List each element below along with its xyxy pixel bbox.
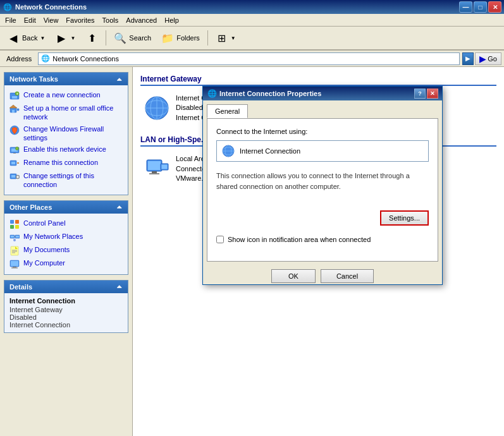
details-header[interactable]: Details ⏶	[4, 281, 128, 293]
views-button[interactable]: ⊞ ▼	[211, 28, 240, 47]
create-connection-label: Create a new connection	[23, 90, 101, 99]
dialog-close-button[interactable]: ✕	[427, 88, 438, 99]
svg-rect-7	[17, 109, 19, 111]
my-network-icon	[9, 233, 20, 243]
sidebar-item-rename-connection[interactable]: Rename this connection	[7, 157, 125, 170]
app-icon: 🌐	[3, 2, 13, 12]
svg-rect-6	[12, 110, 15, 112]
show-icon-label: Show icon in notification area when conn…	[228, 236, 371, 243]
details-section: Details ⏶ Internet Connection Internet G…	[4, 280, 128, 333]
menu-help[interactable]: Help	[161, 15, 183, 25]
my-documents-label: My Documents	[23, 245, 70, 254]
tab-general[interactable]: General	[207, 104, 248, 118]
sidebar-item-my-documents[interactable]: My Documents	[7, 244, 125, 257]
change-firewall-icon	[9, 125, 20, 135]
menu-file[interactable]: File	[1, 15, 20, 25]
menu-tools[interactable]: Tools	[99, 15, 123, 25]
sidebar-item-control-panel[interactable]: Control Panel	[7, 217, 125, 231]
details-subtype: Internet Connection	[9, 321, 123, 329]
menu-edit[interactable]: Edit	[20, 15, 40, 25]
control-panel-icon	[9, 219, 20, 229]
forward-button[interactable]: ▶ ▼	[51, 28, 80, 47]
details-status: Disabled	[9, 313, 123, 321]
back-dropdown-icon[interactable]: ▼	[40, 35, 45, 41]
go-button[interactable]: ▶ Go	[475, 52, 501, 65]
maximize-button[interactable]: □	[474, 1, 487, 13]
svg-rect-25	[11, 236, 14, 238]
close-button[interactable]: ✕	[488, 1, 501, 13]
rename-connection-icon	[9, 159, 20, 169]
sidebar-item-my-computer[interactable]: My Computer	[7, 257, 125, 270]
details-type: Internet Gateway	[9, 306, 123, 313]
dialog-title-text: Internet Connection Properties	[219, 90, 412, 97]
search-button[interactable]: 🔍 Search	[109, 28, 156, 47]
sidebar-item-enable-device[interactable]: Enable this network device	[7, 143, 125, 157]
network-tasks-title: Network Tasks	[9, 75, 58, 83]
folders-button[interactable]: 📁 Folders	[157, 28, 204, 47]
network-tasks-header[interactable]: Network Tasks ⏶	[4, 73, 128, 85]
forward-dropdown-icon[interactable]: ▼	[70, 35, 75, 41]
address-label: Address	[3, 55, 35, 63]
menu-advanced[interactable]: Advanced	[122, 15, 161, 25]
sidebar-item-my-network[interactable]: My Network Places	[7, 231, 125, 244]
cancel-button[interactable]: Cancel	[321, 269, 374, 283]
connection-globe-icon	[222, 145, 235, 157]
search-label: Search	[129, 34, 151, 42]
address-arrow-btn[interactable]: ▶	[462, 52, 474, 65]
svg-rect-22	[10, 225, 14, 229]
other-places-section: Other Places ⏶ Control Panel	[4, 200, 128, 275]
dialog-description-text: This connection allows you to connect to…	[216, 171, 429, 191]
go-label: Go	[488, 55, 497, 63]
details-title: Details	[9, 283, 32, 291]
dialog-help-button[interactable]: ?	[414, 88, 426, 99]
search-icon: 🔍	[114, 32, 126, 44]
details-chevron: ⏶	[116, 283, 123, 290]
sidebar-item-change-firewall[interactable]: Change Windows Firewall settings	[7, 123, 125, 144]
sidebar-item-create-connection[interactable]: + Create a new connection	[7, 89, 125, 102]
other-places-header[interactable]: Other Places ⏶	[4, 201, 128, 214]
enable-device-label: Enable this network device	[23, 145, 106, 154]
create-connection-icon: +	[9, 91, 20, 101]
toolbar-separator-1	[106, 30, 106, 45]
title-bar: 🌐 Network Connections — □ ✕	[0, 0, 504, 14]
address-bar: Address 🌐 Network Connections ▶ ▶ Go	[0, 51, 504, 67]
ok-button[interactable]: OK	[271, 269, 316, 283]
up-icon: ⬆	[85, 32, 98, 44]
sidebar-item-setup-home[interactable]: Set up a home or small office network	[7, 102, 125, 123]
svg-rect-20	[10, 220, 14, 224]
svg-point-29	[13, 239, 16, 241]
details-connection-name: Internet Connection	[9, 297, 123, 305]
my-network-label: My Network Places	[23, 232, 83, 241]
folders-label: Folders	[176, 34, 200, 42]
svg-rect-1	[12, 96, 17, 99]
svg-rect-11	[13, 153, 16, 154]
sidebar-item-change-settings[interactable]: Change settings of this connection	[7, 170, 125, 191]
views-icon: ⊞	[216, 32, 228, 44]
menu-view[interactable]: View	[40, 15, 63, 25]
address-input[interactable]: 🌐 Network Connections	[38, 52, 460, 65]
svg-marker-5	[9, 105, 17, 108]
views-dropdown-icon[interactable]: ▼	[231, 35, 236, 41]
window-title: Network Connections	[15, 3, 459, 11]
other-places-body: Control Panel My Network Places	[4, 214, 128, 274]
forward-icon: ▶	[55, 32, 68, 44]
settings-button[interactable]: Settings...	[380, 210, 429, 226]
minimize-button[interactable]: —	[459, 1, 472, 13]
dialog-checkbox-row: Show icon in notification area when conn…	[216, 236, 429, 243]
change-settings-label: Change settings of this connection	[23, 171, 123, 190]
back-icon: ◀	[7, 32, 20, 44]
dialog-connect-label: Connect to the Internet using:	[216, 128, 429, 135]
dialog-content: Connect to the Internet using: Internet …	[207, 118, 438, 262]
dialog-button-row: OK Cancel	[203, 265, 442, 284]
show-icon-checkbox[interactable]	[216, 236, 224, 243]
up-button[interactable]: ⬆	[81, 28, 102, 47]
svg-rect-30	[11, 246, 18, 255]
main-content: Network Tasks ⏶ + Create a new connectio…	[0, 67, 504, 436]
dialog-overlay: 🌐 Internet Connection Properties ? ✕ Gen…	[133, 67, 504, 436]
menu-bar: File Edit View Favorites Tools Advanced …	[0, 14, 504, 27]
my-computer-label: My Computer	[23, 258, 65, 267]
network-tasks-section: Network Tasks ⏶ + Create a new connectio…	[4, 72, 128, 195]
window-controls: — □ ✕	[459, 1, 501, 13]
menu-favorites[interactable]: Favorites	[62, 15, 98, 25]
back-button[interactable]: ◀ Back ▼	[3, 28, 49, 47]
